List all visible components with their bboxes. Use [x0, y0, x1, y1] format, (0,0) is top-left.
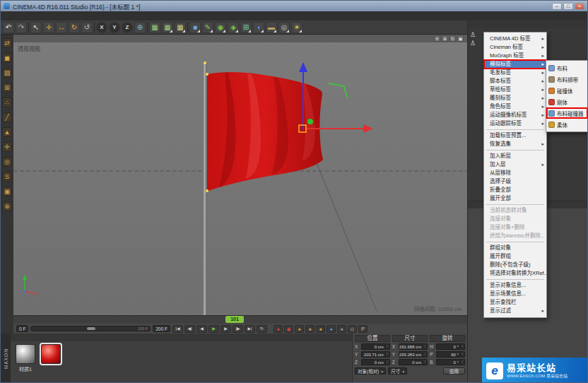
- deformer-button[interactable]: ◖: [253, 22, 264, 33]
- context-menu-item[interactable]: 显示查找栏: [484, 298, 546, 307]
- context-menu-item[interactable]: 运动跟踪标签: [484, 119, 546, 128]
- pan-view-icon[interactable]: ✛: [434, 35, 440, 42]
- coordinate-mode-dropdown[interactable]: 对象(相对): [355, 367, 386, 375]
- coordinate-field[interactable]: 293.283 cm: [399, 351, 428, 358]
- toolbar-icon[interactable]: [147, 23, 148, 33]
- material-thumbnail[interactable]: [16, 344, 35, 364]
- record-parameter-button[interactable]: ●: [327, 325, 336, 333]
- subdivision-surface-button[interactable]: ◉: [215, 22, 226, 33]
- next-key-button[interactable]: |▶: [233, 325, 243, 333]
- spinner[interactable]: [460, 345, 464, 348]
- context-menu-item[interactable]: 展开全部: [484, 194, 546, 203]
- titlebar[interactable]: CINEMA 4D R16.011 Studio (R16) - [未标题 1 …: [1, 1, 587, 11]
- context-menu-item[interactable]: 脚本标签: [484, 77, 546, 86]
- texture-mode-icon[interactable]: ▨: [2, 68, 12, 78]
- make-editable-icon[interactable]: ⇄: [2, 38, 12, 48]
- submenu-item[interactable]: 布料碰撞器: [546, 107, 588, 119]
- add-cube-button[interactable]: ■: [189, 22, 201, 33]
- toolbar-icon[interactable]: [94, 23, 95, 33]
- context-menu-item[interactable]: 显示场景信息...: [484, 290, 546, 298]
- context-menu-item[interactable]: 将选择对象转换为XRef...: [484, 269, 546, 278]
- viewport-solo-icon[interactable]: ◎: [2, 157, 12, 167]
- coordinate-field[interactable]: 90 °: [436, 351, 465, 358]
- apply-button[interactable]: 应用: [443, 367, 465, 375]
- prev-frame-button[interactable]: ◀: [196, 325, 207, 333]
- coordinate-field[interactable]: 203.71 cm: [361, 351, 390, 358]
- context-menu-item[interactable]: 折叠全部: [484, 186, 546, 194]
- flag-corner-point[interactable]: [206, 73, 208, 76]
- context-menu-item[interactable]: 删除(不包含子级): [484, 261, 546, 269]
- loop-button[interactable]: ↻: [257, 325, 267, 333]
- coordinate-field[interactable]: 0 °: [436, 343, 465, 350]
- timeline-ruler[interactable]: [13, 315, 467, 324]
- extrude-nurbs-button[interactable]: ◈: [228, 22, 239, 33]
- frame-slider-handle[interactable]: [87, 327, 95, 330]
- render-settings-button[interactable]: ▦: [175, 22, 186, 33]
- record-position-button[interactable]: ●: [295, 325, 304, 333]
- coordinate-system-icon[interactable]: ⊕: [134, 22, 146, 33]
- goto-start-button[interactable]: |◀: [172, 325, 183, 333]
- move-tool-icon[interactable]: ✛: [43, 22, 54, 33]
- model-mode-icon[interactable]: ◼: [2, 53, 12, 63]
- context-menu-item[interactable]: Cineman 标签: [484, 43, 546, 52]
- axis-handle-dot[interactable]: [307, 119, 313, 124]
- live-selection-icon[interactable]: ↖: [30, 22, 42, 33]
- coordinate-system-icon[interactable]: ⊕: [2, 201, 12, 211]
- frame-slider[interactable]: 200 F: [30, 326, 151, 331]
- coordinate-field[interactable]: 291.688 cm: [399, 343, 428, 350]
- context-menu-item[interactable]: 运动摄像机标签: [484, 111, 546, 119]
- material-thumbnail[interactable]: [41, 344, 61, 364]
- prev-key-button[interactable]: ◀|: [184, 325, 195, 333]
- submenu-item[interactable]: 布料绑带: [546, 73, 588, 85]
- spinner[interactable]: [460, 353, 464, 356]
- record-scale-button[interactable]: ●: [305, 325, 314, 333]
- context-menu-item[interactable]: 角色标签: [484, 102, 546, 111]
- record-rotation-button[interactable]: ●: [316, 325, 325, 333]
- end-frame-field[interactable]: 200 F: [153, 325, 170, 332]
- rotate-tool-icon[interactable]: ↻: [69, 22, 80, 33]
- record-pla-button[interactable]: ●: [337, 325, 346, 333]
- spinner[interactable]: [423, 345, 426, 348]
- spinner[interactable]: [460, 360, 464, 364]
- context-menu-item[interactable]: 连接对象: [484, 215, 546, 223]
- submenu-item[interactable]: 柔体: [546, 119, 588, 130]
- last-tool-icon[interactable]: ↺: [81, 22, 93, 33]
- toolbar-icon[interactable]: [28, 23, 29, 33]
- enable-axis-icon[interactable]: ✛: [2, 142, 12, 152]
- record-keyframe-button[interactable]: ●: [274, 325, 283, 333]
- zoom-view-icon[interactable]: ⊕: [442, 35, 448, 42]
- submenu-item[interactable]: 布料: [546, 62, 588, 73]
- y-axis-arrow[interactable]: [299, 62, 307, 72]
- enable-snap-icon[interactable]: S: [2, 172, 12, 182]
- context-menu-item[interactable]: 毛发标签: [484, 69, 546, 77]
- context-menu-item[interactable]: MoGraph 标签: [484, 52, 546, 60]
- coordinate-field[interactable]: 0 cm: [361, 359, 390, 365]
- play-button[interactable]: ▶: [208, 325, 219, 333]
- keyframe-presets-button[interactable]: P: [358, 325, 368, 333]
- spinner[interactable]: [385, 353, 389, 356]
- pole-top-point[interactable]: [204, 61, 206, 64]
- workplane-mode-icon[interactable]: ⊞: [2, 83, 12, 93]
- coordinate-field[interactable]: 0 cm: [399, 359, 428, 365]
- flag-pole[interactable]: [203, 63, 207, 315]
- spinner[interactable]: [423, 353, 426, 356]
- autokey-button[interactable]: ◉: [284, 325, 293, 333]
- context-menu-item[interactable]: 加入新层: [484, 152, 546, 160]
- spinner[interactable]: [423, 360, 426, 364]
- rotation-band-handle[interactable]: [329, 83, 347, 98]
- context-menu-item[interactable]: 连接对象+删除: [484, 223, 546, 232]
- context-menu-item[interactable]: 雕刻标签: [484, 94, 546, 102]
- spline-pen-button[interactable]: ✎: [202, 22, 213, 33]
- context-menu-item[interactable]: 草绘标签: [484, 86, 546, 94]
- context-menu-item[interactable]: 模拟标签: [484, 60, 546, 69]
- render-view-button[interactable]: ▦: [149, 22, 160, 33]
- spinner[interactable]: [385, 345, 389, 348]
- scale-tool-icon[interactable]: ↔: [56, 22, 67, 33]
- context-menu-item[interactable]: 加载标签预置...: [484, 131, 546, 140]
- environment-button[interactable]: ▬: [266, 22, 277, 33]
- submenu-item[interactable]: 刚体: [546, 96, 588, 107]
- polygons-mode-icon[interactable]: ▲: [2, 127, 12, 137]
- camera-button[interactable]: ◎: [278, 22, 290, 33]
- x-axis-lock-button[interactable]: X: [96, 22, 107, 33]
- size-mode-dropdown[interactable]: 尺寸: [388, 367, 407, 375]
